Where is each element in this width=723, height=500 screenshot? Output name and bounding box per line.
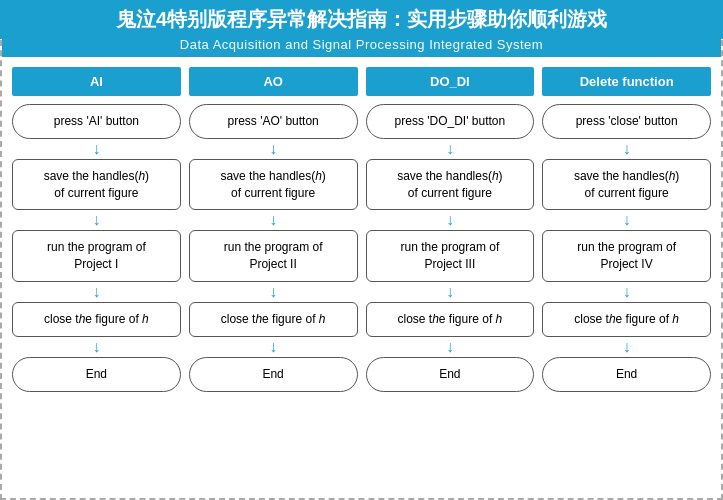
flow-box-col1-step0: press 'AO' button (189, 104, 358, 139)
arrow-col1-step4 (269, 337, 277, 357)
arrow-col3-step4 (623, 337, 631, 357)
flow-box-col3-step3: close the figure of h (542, 302, 711, 337)
flow-box-col0-step3: close the figure of h (12, 302, 181, 337)
arrow-col0-step1 (92, 139, 100, 159)
column-do-di: DO_DIpress 'DO_DI' buttonsave the handle… (366, 67, 535, 481)
flow-box-col3-step0: press 'close' button (542, 104, 711, 139)
arrow-col2-step3 (446, 282, 454, 302)
flow-box-col0-step4: End (12, 357, 181, 392)
column-delete-function: Delete functionpress 'close' buttonsave … (542, 67, 711, 481)
arrow-col3-step2 (623, 210, 631, 230)
col-header-3: Delete function (542, 67, 711, 96)
arrow-col2-step4 (446, 337, 454, 357)
arrow-col2-step1 (446, 139, 454, 159)
flow-box-col2-step3: close the figure of h (366, 302, 535, 337)
flow-box-col0-step0: press 'AI' button (12, 104, 181, 139)
flow-box-col2-step0: press 'DO_DI' button (366, 104, 535, 139)
arrow-col3-step3 (623, 282, 631, 302)
arrow-col1-step3 (269, 282, 277, 302)
flow-box-col1-step4: End (189, 357, 358, 392)
flow-box-col1-step2: run the program ofProject II (189, 230, 358, 282)
column-ai: AIpress 'AI' buttonsave the handles(h)of… (12, 67, 181, 481)
flow-box-col3-step2: run the program ofProject IV (542, 230, 711, 282)
arrow-col1-step2 (269, 210, 277, 230)
arrow-col0-step4 (92, 337, 100, 357)
arrow-col0-step3 (92, 282, 100, 302)
overlay-banner: 鬼泣4特别版程序异常解决指南：实用步骤助你顺利游戏 (0, 0, 723, 39)
flow-box-col3-step1: save the handles(h)of current figure (542, 159, 711, 211)
arrow-col1-step1 (269, 139, 277, 159)
col-header-2: DO_DI (366, 67, 535, 96)
main-container: Data Acquisition and Signal Processing I… (0, 30, 723, 500)
flow-box-col0-step1: save the handles(h)of current figure (12, 159, 181, 211)
arrow-col2-step2 (446, 210, 454, 230)
columns-wrapper: AIpress 'AI' buttonsave the handles(h)of… (2, 57, 721, 491)
col-header-0: AI (12, 67, 181, 96)
col-header-1: AO (189, 67, 358, 96)
flow-box-col2-step1: save the handles(h)of current figure (366, 159, 535, 211)
flow-box-col2-step2: run the program ofProject III (366, 230, 535, 282)
flow-box-col2-step4: End (366, 357, 535, 392)
flow-box-col3-step4: End (542, 357, 711, 392)
flow-box-col1-step3: close the figure of h (189, 302, 358, 337)
flow-box-col1-step1: save the handles(h)of current figure (189, 159, 358, 211)
arrow-col3-step1 (623, 139, 631, 159)
arrow-col0-step2 (92, 210, 100, 230)
column-ao: AOpress 'AO' buttonsave the handles(h)of… (189, 67, 358, 481)
flow-box-col0-step2: run the program ofProject I (12, 230, 181, 282)
